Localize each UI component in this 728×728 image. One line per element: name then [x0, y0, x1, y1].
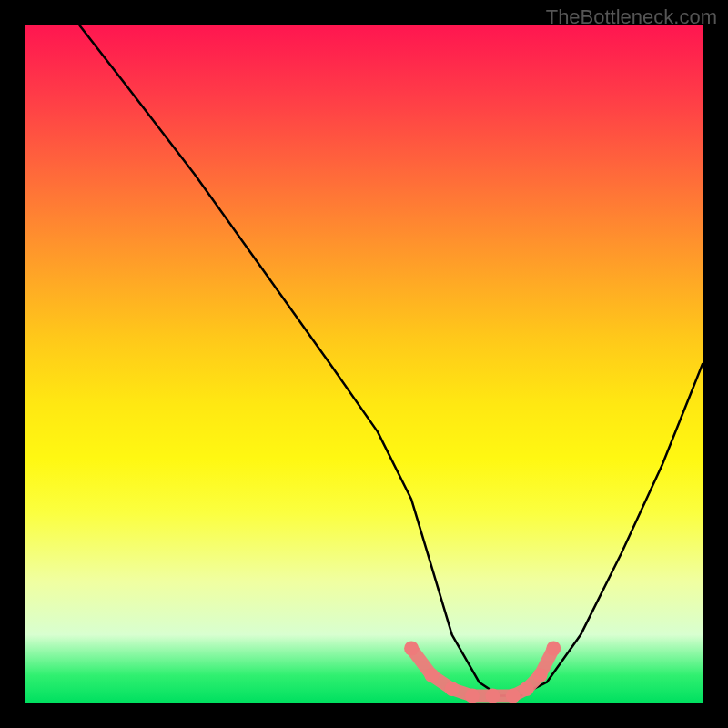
- svg-point-8: [546, 642, 561, 656]
- highlight-points: [404, 642, 561, 703]
- svg-point-0: [404, 642, 419, 656]
- svg-point-2: [445, 682, 460, 696]
- svg-point-4: [485, 689, 500, 703]
- curve-svg: [25, 25, 703, 703]
- chart-container: TheBottleneck.com: [0, 0, 728, 728]
- plot-area: [25, 25, 703, 703]
- svg-point-5: [506, 689, 521, 703]
- svg-point-6: [520, 682, 534, 696]
- svg-point-3: [465, 689, 480, 703]
- svg-point-1: [424, 668, 439, 682]
- main-curve: [80, 25, 703, 696]
- watermark-text: TheBottleneck.com: [546, 5, 717, 29]
- svg-point-7: [532, 668, 547, 682]
